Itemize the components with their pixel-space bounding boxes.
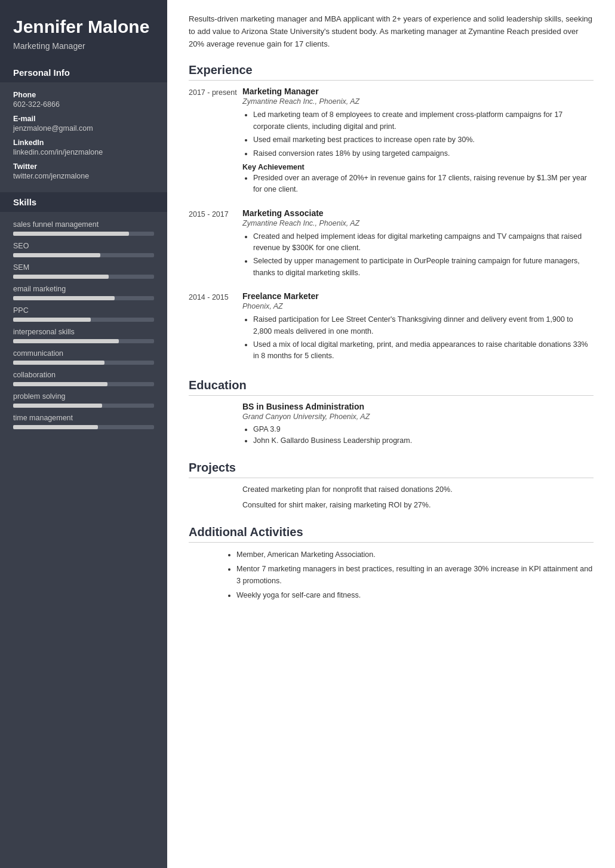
experience-date: 2017 - present xyxy=(189,87,242,197)
experience-company: Zymantine Reach Inc., Phoenix, AZ xyxy=(242,97,594,106)
key-achievement-bullets: Presided over an average of 20%+ in reve… xyxy=(242,173,594,196)
experience-company: Zymantine Reach Inc., Phoenix, AZ xyxy=(242,219,594,227)
experience-job-title: Freelance Marketer xyxy=(242,291,594,301)
skill-name: collaboration xyxy=(13,371,154,379)
personal-info-section: Personal Info Phone602-322-6866E-mailjen… xyxy=(0,63,167,192)
projects-list: Created marketing plan for nonprofit tha… xyxy=(189,484,594,511)
skill-bar-fill xyxy=(13,404,102,408)
education-bullet: John K. Gallardo Business Leadership pro… xyxy=(253,435,594,447)
skill-name: sales funnel management xyxy=(13,220,154,229)
skill-bar-fill xyxy=(13,232,129,236)
skill-bar-fill xyxy=(13,425,98,429)
experience-bullet: Led marketing team of 8 employees to cre… xyxy=(253,109,594,133)
project-text: Consulted for shirt maker, raising marke… xyxy=(242,500,594,511)
experience-section: Experience 2017 - presentMarketing Manag… xyxy=(189,63,594,364)
skill-name: SEM xyxy=(13,263,154,272)
activities-heading: Additional Activities xyxy=(189,525,594,543)
activities-list: Member, American Marketing Association.M… xyxy=(189,549,594,601)
key-achievement-bullet: Presided over an average of 20%+ in reve… xyxy=(253,173,594,196)
resume-container: Jennifer Malone Marketing Manager Person… xyxy=(0,0,615,868)
skill-name: SEO xyxy=(13,242,154,250)
project-text: Created marketing plan for nonprofit tha… xyxy=(242,484,594,495)
skill-name: interpersonal skills xyxy=(13,328,154,336)
experience-body: Marketing ManagerZymantine Reach Inc., P… xyxy=(242,87,594,197)
education-item: BS in Business AdministrationGrand Canyo… xyxy=(189,402,594,447)
skill-name: PPC xyxy=(13,306,154,315)
experience-job-title: Marketing Manager xyxy=(242,87,594,96)
skill-name: email marketing xyxy=(13,285,154,293)
skill-bar-fill xyxy=(13,382,107,386)
contact-label: E-mail xyxy=(13,115,154,123)
education-bullet: GPA 3.9 xyxy=(253,424,594,435)
skill-bar-fill xyxy=(13,253,100,257)
personal-info-heading: Personal Info xyxy=(0,63,167,82)
contact-value: linkedin.com/in/jenzmalone xyxy=(13,148,154,156)
activity-item: Member, American Marketing Association. xyxy=(236,549,594,561)
activity-item: Weekly yoga for self-care and fitness. xyxy=(236,589,594,601)
project-spacer xyxy=(189,500,242,511)
education-heading: Education xyxy=(189,378,594,396)
skill-bar-background xyxy=(13,361,154,365)
skill-bar-fill xyxy=(13,275,109,279)
experience-bullets: Raised participation for Lee Street Cent… xyxy=(242,314,594,362)
projects-heading: Projects xyxy=(189,461,594,478)
experience-heading: Experience xyxy=(189,63,594,81)
skills-list: sales funnel managementSEOSEMemail marke… xyxy=(13,220,154,429)
contact-label: Phone xyxy=(13,91,154,99)
skill-bar-fill xyxy=(13,296,115,300)
skill-bar-background xyxy=(13,382,154,386)
skill-bar-background xyxy=(13,275,154,279)
candidate-name: Jennifer Malone xyxy=(13,17,154,38)
skill-bar-background xyxy=(13,296,154,300)
experience-body: Marketing AssociateZymantine Reach Inc.,… xyxy=(242,208,594,281)
education-section: Education BS in Business AdministrationG… xyxy=(189,378,594,447)
experience-date: 2015 - 2017 xyxy=(189,208,242,281)
experience-bullets: Created and helped implement ideas for d… xyxy=(242,231,594,279)
skill-bar-background xyxy=(13,318,154,322)
experience-bullet: Raised conversion rates 18% by using tar… xyxy=(253,148,594,159)
skill-name: problem solving xyxy=(13,392,154,401)
experience-bullet: Used email marketing best practices to i… xyxy=(253,134,594,146)
contact-value: 602-322-6866 xyxy=(13,100,154,109)
project-item: Created marketing plan for nonprofit tha… xyxy=(189,484,594,495)
candidate-title: Marketing Manager xyxy=(13,41,154,51)
sidebar-header: Jennifer Malone Marketing Manager xyxy=(0,0,167,63)
project-spacer xyxy=(189,484,242,495)
skill-bar-fill xyxy=(13,318,91,322)
skill-bar-background xyxy=(13,232,154,236)
experience-bullet: Raised participation for Lee Street Cent… xyxy=(253,314,594,337)
experience-company: Phoenix, AZ xyxy=(242,302,594,310)
skills-heading: Skills xyxy=(0,192,167,212)
skill-bar-background xyxy=(13,253,154,257)
experience-item: 2017 - presentMarketing ManagerZymantine… xyxy=(189,87,594,197)
experience-list: 2017 - presentMarketing ManagerZymantine… xyxy=(189,87,594,364)
experience-item: 2015 - 2017Marketing AssociateZymantine … xyxy=(189,208,594,281)
education-body: BS in Business AdministrationGrand Canyo… xyxy=(242,402,594,447)
experience-date: 2014 - 2015 xyxy=(189,291,242,364)
activities-section: Additional Activities Member, American M… xyxy=(189,525,594,601)
main-content: Results-driven marketing manager and MBA… xyxy=(167,0,615,868)
skill-bar-background xyxy=(13,404,154,408)
skill-name: communication xyxy=(13,349,154,358)
experience-bullet: Selected by upper management to particip… xyxy=(253,256,594,279)
education-degree: BS in Business Administration xyxy=(242,402,594,411)
education-list: BS in Business AdministrationGrand Canyo… xyxy=(189,402,594,447)
projects-section: Projects Created marketing plan for nonp… xyxy=(189,461,594,511)
experience-item: 2014 - 2015Freelance MarketerPhoenix, AZ… xyxy=(189,291,594,364)
activity-item: Mentor 7 marketing managers in best prac… xyxy=(236,563,594,587)
summary-text: Results-driven marketing manager and MBA… xyxy=(189,13,594,50)
contact-label: LinkedIn xyxy=(13,138,154,147)
experience-job-title: Marketing Associate xyxy=(242,208,594,218)
education-school: Grand Canyon University, Phoenix, AZ xyxy=(242,413,594,421)
experience-body: Freelance MarketerPhoenix, AZRaised part… xyxy=(242,291,594,364)
skills-section: Skills sales funnel managementSEOSEMemai… xyxy=(0,192,167,441)
skill-name: time management xyxy=(13,414,154,422)
experience-bullet: Created and helped implement ideas for d… xyxy=(253,231,594,254)
skill-bar-background xyxy=(13,425,154,429)
project-item: Consulted for shirt maker, raising marke… xyxy=(189,500,594,511)
contact-value: twitter.com/jenzmalone xyxy=(13,172,154,180)
key-achievement-label: Key Achievement xyxy=(242,163,594,171)
skill-bar-fill xyxy=(13,339,119,343)
experience-bullet: Used a mix of local digital marketing, p… xyxy=(253,339,594,362)
education-bullets: GPA 3.9John K. Gallardo Business Leaders… xyxy=(242,424,594,447)
